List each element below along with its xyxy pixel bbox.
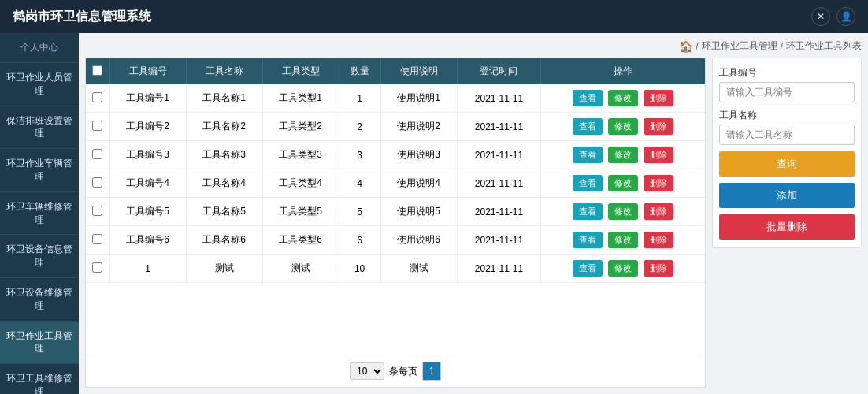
sidebar-item[interactable]: 环卫车辆维修管理 [0,192,79,236]
per-page-label: 条每页 [389,365,417,378]
row-checkbox[interactable] [92,234,102,244]
row-checkbox-cell [86,226,109,255]
row-desc: 使用说明4 [380,169,457,198]
row-desc: 测试 [380,255,457,283]
row-checkbox[interactable] [92,262,102,273]
user-icon[interactable]: 👤 [836,7,855,26]
table-row: 工具编号1 工具名称1 工具类型1 1 使用说明1 2021-11-11 查看 … [86,84,705,113]
page-1-btn[interactable]: 1 [422,362,441,381]
col-name: 工具名称 [186,58,262,84]
view-button[interactable]: 查看 [573,147,603,163]
row-actions: 查看 修改 删除 [541,113,705,141]
row-checkbox-cell [86,169,109,198]
sidebar-item[interactable]: 环卫作业工具管理 [0,322,79,365]
row-type: 工具类型2 [262,113,339,141]
row-count: 4 [339,169,380,198]
row-date: 2021-11-11 [457,198,541,226]
table-panel: 工具编号 工具名称 工具类型 数量 使用说明 登记时间 操作 [85,58,862,388]
col-date: 登记时间 [457,58,541,84]
close-icon[interactable]: ✕ [811,7,830,26]
view-button[interactable]: 查看 [573,90,603,106]
delete-button[interactable]: 删除 [644,90,673,106]
delete-button[interactable]: 删除 [644,232,673,248]
row-type: 工具类型4 [262,169,339,198]
breadcrumb-page: 环卫作业工具列表 [786,39,862,53]
breadcrumb-sep1: / [696,41,698,52]
row-desc: 使用说明3 [380,141,457,169]
row-count: 3 [339,141,380,169]
row-date: 2021-11-11 [457,226,541,255]
col-desc: 使用说明 [380,58,457,84]
select-all-checkbox[interactable] [92,65,102,76]
delete-button[interactable]: 删除 [644,118,673,135]
sidebar-item[interactable]: 环卫作业车辆管理 [0,149,79,192]
table-row: 工具编号6 工具名称6 工具类型6 6 使用说明6 2021-11-11 查看 … [86,226,705,255]
row-desc: 使用说明5 [380,198,457,226]
row-name: 工具名称4 [186,169,262,198]
per-page-select[interactable]: 10 20 50 [350,362,384,380]
edit-button[interactable]: 修改 [608,260,638,277]
app-title: 鹤岗市环卫信息管理系统 [13,9,151,25]
row-checkbox-cell [86,255,109,283]
sidebar-item[interactable]: 保洁排班设置管理 [0,106,79,150]
row-type: 工具类型6 [262,226,339,255]
header: 鹤岗市环卫信息管理系统 ✕ 👤 [0,0,868,33]
batch-delete-button[interactable]: 批量删除 [719,214,855,240]
table-row: 1 测试 测试 10 测试 2021-11-11 查看 修改 删除 [86,255,705,283]
row-desc: 使用说明2 [380,113,457,141]
edit-button[interactable]: 修改 [608,203,638,220]
edit-button[interactable]: 修改 [608,118,638,135]
edit-button[interactable]: 修改 [608,147,638,163]
main-layout: 个人中心 环卫作业人员管理保洁排班设置管理环卫作业车辆管理环卫车辆维修管理环卫设… [0,33,868,394]
sidebar-user[interactable]: 个人中心 [0,33,79,63]
delete-button[interactable]: 删除 [644,260,673,277]
code-label: 工具编号 [719,66,855,80]
select-all-header [86,58,109,84]
row-checkbox-cell [86,141,109,169]
sidebar-item[interactable]: 环卫作业人员管理 [0,63,79,106]
header-icons: ✕ 👤 [811,7,855,26]
col-type: 工具类型 [262,58,339,84]
table-row: 工具编号3 工具名称3 工具类型3 3 使用说明3 2021-11-11 查看 … [86,141,705,169]
delete-button[interactable]: 删除 [644,147,673,163]
edit-button[interactable]: 修改 [608,232,638,248]
table-container: 工具编号 工具名称 工具类型 数量 使用说明 登记时间 操作 [85,58,706,388]
code-field-group: 工具编号 [719,66,855,102]
row-code: 工具编号2 [109,113,186,141]
home-icon[interactable]: 🏠 [679,40,692,53]
col-count: 数量 [339,58,380,84]
edit-button[interactable]: 修改 [608,175,638,191]
row-checkbox[interactable] [92,177,102,188]
row-name: 测试 [186,255,262,283]
view-button[interactable]: 查看 [573,118,603,135]
name-input[interactable] [719,125,855,145]
col-code: 工具编号 [109,58,186,84]
sidebar-item[interactable]: 环卫设备信息管理 [0,235,79,278]
add-button[interactable]: 添加 [719,183,855,208]
row-type: 测试 [262,255,339,283]
sidebar-item[interactable]: 环卫工具维修管理 [0,364,79,394]
edit-button[interactable]: 修改 [608,90,638,106]
row-checkbox[interactable] [92,121,102,131]
query-button[interactable]: 查询 [719,151,855,177]
row-code: 工具编号3 [109,141,186,169]
sidebar-item[interactable]: 环卫设备维修管理 [0,278,79,322]
row-checkbox[interactable] [92,92,102,102]
row-name: 工具名称3 [186,141,262,169]
row-code: 工具编号1 [109,84,186,113]
delete-button[interactable]: 删除 [644,175,673,191]
row-count: 10 [339,255,380,283]
content-area: 🏠 / 环卫作业工具管理 / 环卫作业工具列表 工具编 [79,33,868,394]
row-count: 6 [339,226,380,255]
row-date: 2021-11-11 [457,113,541,141]
code-input[interactable] [719,82,855,102]
row-checkbox[interactable] [92,149,102,159]
view-button[interactable]: 查看 [573,203,603,220]
view-button[interactable]: 查看 [573,175,603,191]
row-actions: 查看 修改 删除 [541,255,705,283]
delete-button[interactable]: 删除 [644,203,673,220]
view-button[interactable]: 查看 [573,232,603,248]
row-checkbox[interactable] [92,206,102,216]
row-count: 1 [339,84,380,113]
view-button[interactable]: 查看 [573,260,603,277]
